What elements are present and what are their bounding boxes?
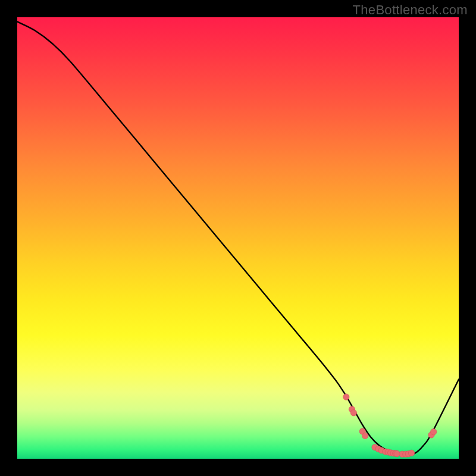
data-marker bbox=[362, 433, 368, 439]
data-marker bbox=[408, 450, 414, 456]
data-markers bbox=[343, 394, 437, 457]
watermark-text: TheBottleneck.com bbox=[353, 2, 468, 18]
plot-area bbox=[17, 17, 459, 459]
data-marker bbox=[343, 394, 349, 400]
data-marker bbox=[350, 410, 356, 416]
data-marker bbox=[431, 429, 437, 435]
chart-frame: TheBottleneck.com bbox=[0, 0, 476, 476]
curve-svg bbox=[17, 17, 459, 459]
bottleneck-curve bbox=[17, 21, 459, 454]
